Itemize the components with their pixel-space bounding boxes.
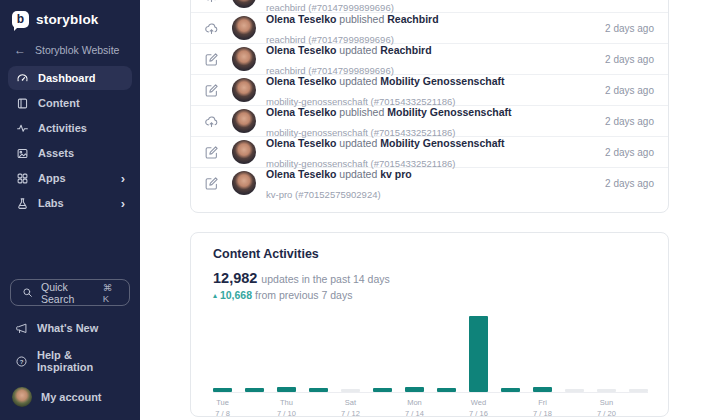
publish-icon — [204, 114, 219, 129]
activity-text: Olena Teselko updated Mobility Genossens… — [266, 75, 505, 87]
assets-icon — [15, 146, 29, 160]
storyblok-logo[interactable]: b storyblok — [0, 0, 140, 36]
back-label: Storyblok Website — [35, 44, 119, 56]
sidebar-item-assets[interactable]: Assets — [8, 141, 132, 165]
chart-bar-7-16 — [469, 316, 488, 392]
sidebar-item-dashboard[interactable]: Dashboard — [8, 66, 132, 90]
footer-item-help-inspiration[interactable]: ? Help & Inspiration — [0, 342, 140, 380]
chevron-right-icon: › — [121, 172, 125, 185]
activity-row[interactable]: Olena Teselko updated Mobility Genossens… — [191, 136, 668, 167]
activity-feed-card: reachbird (#70147999899696) Olena Teselk… — [190, 0, 669, 213]
x-axis-tick — [629, 398, 648, 419]
chart-bar-7-17 — [501, 388, 520, 392]
quick-search-button[interactable]: Quick Search ⌘ K — [10, 279, 130, 306]
content-activities-card: Content Activities 12,982updates in the … — [190, 232, 669, 417]
activity-text: Olena Teselko updated kv pro — [266, 168, 412, 180]
stat-line: 12,982updates in the past 14 days — [213, 270, 648, 286]
activities-bar-chart: Tue7 / 8Thu7 / 10Sat7 / 12Mon7 / 14Wed7 … — [213, 315, 648, 419]
sidebar: b storyblok ← Storyblok Website Dashboar… — [0, 0, 140, 420]
update-icon — [204, 176, 219, 191]
activity-text: Olena Teselko published Reachbird — [266, 13, 439, 25]
update-icon — [204, 83, 219, 98]
update-icon — [204, 52, 219, 67]
sidebar-item-apps[interactable]: Apps › — [8, 166, 132, 190]
publish-icon — [204, 21, 219, 36]
x-axis-tick — [501, 398, 520, 419]
activity-timestamp: 2 days ago — [595, 116, 654, 127]
activity-timestamp: 2 days ago — [595, 85, 654, 96]
my-account-label: My account — [41, 391, 102, 403]
quick-search-label: Quick Search — [41, 281, 96, 305]
chart-bar-7-15 — [437, 388, 456, 392]
chart-bar-7-19 — [565, 389, 584, 392]
chart-bar-7-11 — [309, 388, 328, 392]
x-axis-tick: Wed7 / 16 — [469, 398, 488, 419]
activities-icon — [15, 121, 29, 135]
delta-label: from previous 7 days — [255, 289, 352, 301]
activity-timestamp: 2 days ago — [595, 54, 654, 65]
megaphone-icon — [14, 321, 28, 335]
footer-item-label: What's New — [37, 322, 98, 334]
publish-icon — [204, 0, 219, 4]
account-avatar — [12, 387, 32, 407]
gauge-icon — [15, 71, 29, 85]
delta-value: 10,668 — [220, 289, 252, 301]
back-arrow-icon: ← — [14, 44, 26, 56]
chart-bar-7-12 — [341, 389, 360, 392]
chart-title: Content Activities — [213, 247, 648, 261]
x-axis-tick — [373, 398, 392, 419]
activity-text: Olena Teselko updated Reachbird — [266, 44, 432, 56]
footer-item-label: Help & Inspiration — [37, 349, 126, 373]
avatar — [232, 16, 256, 40]
sidebar-footer: What's New ? Help & Inspiration — [0, 314, 140, 380]
delta-up-icon: ▴ — [213, 291, 217, 300]
activity-timestamp: 2 days ago — [595, 178, 654, 189]
sidebar-item-label: Labs — [38, 197, 64, 209]
apps-icon — [15, 171, 29, 185]
content-icon — [15, 96, 29, 110]
sidebar-item-label: Apps — [38, 172, 66, 184]
stat-value: 12,982 — [213, 270, 257, 286]
footer-item-what-s-new[interactable]: What's New — [0, 314, 140, 342]
sidebar-item-labs[interactable]: Labs › — [8, 191, 132, 215]
avatar — [232, 171, 256, 195]
sidebar-back-link[interactable]: ← Storyblok Website — [0, 36, 140, 62]
x-axis-tick: Mon7 / 14 — [405, 398, 424, 419]
activity-timestamp: 2 days ago — [595, 147, 654, 158]
chevron-right-icon: › — [121, 197, 125, 210]
x-axis-tick: Thu7 / 10 — [277, 398, 296, 419]
activity-text: Olena Teselko updated Mobility Genossens… — [266, 137, 505, 149]
chart-bar-7-8 — [213, 388, 232, 392]
sidebar-item-content[interactable]: Content — [8, 91, 132, 115]
activity-feed: reachbird (#70147999899696) Olena Teselk… — [191, 0, 668, 198]
avatar — [232, 140, 256, 164]
search-shortcut: ⌘ K — [103, 282, 120, 304]
avatar — [232, 47, 256, 71]
chart-bar-7-14 — [405, 387, 424, 392]
search-icon — [20, 286, 34, 300]
update-icon — [204, 145, 219, 160]
stat-label: updates in the past 14 days — [261, 273, 389, 285]
sidebar-item-label: Activities — [38, 122, 87, 134]
x-axis-tick — [245, 398, 264, 419]
storyblok-logo-text: storyblok — [36, 12, 99, 27]
labs-icon — [15, 196, 29, 210]
my-account-button[interactable]: My account — [0, 380, 140, 420]
sidebar-item-activities[interactable]: Activities — [8, 116, 132, 140]
chart-bar-7-18 — [533, 387, 552, 392]
chart-bar-7-10 — [277, 387, 296, 392]
svg-text:?: ? — [19, 357, 23, 364]
x-axis-tick: Fri7 / 18 — [533, 398, 552, 419]
x-axis-tick — [309, 398, 328, 419]
chart-bar-7-20 — [597, 389, 616, 392]
x-axis-tick: Sat7 / 12 — [341, 398, 360, 419]
x-axis-tick: Tue7 / 8 — [213, 398, 232, 419]
sidebar-nav: Dashboard Content Activities Assets Apps… — [0, 65, 140, 216]
avatar — [232, 109, 256, 133]
help-icon: ? — [14, 354, 28, 368]
x-axis-tick: Sun7 / 20 — [597, 398, 616, 419]
chart-bar-7-13 — [373, 388, 392, 392]
sidebar-item-label: Content — [38, 97, 80, 109]
avatar — [232, 0, 256, 8]
chart-bar-7-21 — [629, 389, 648, 392]
